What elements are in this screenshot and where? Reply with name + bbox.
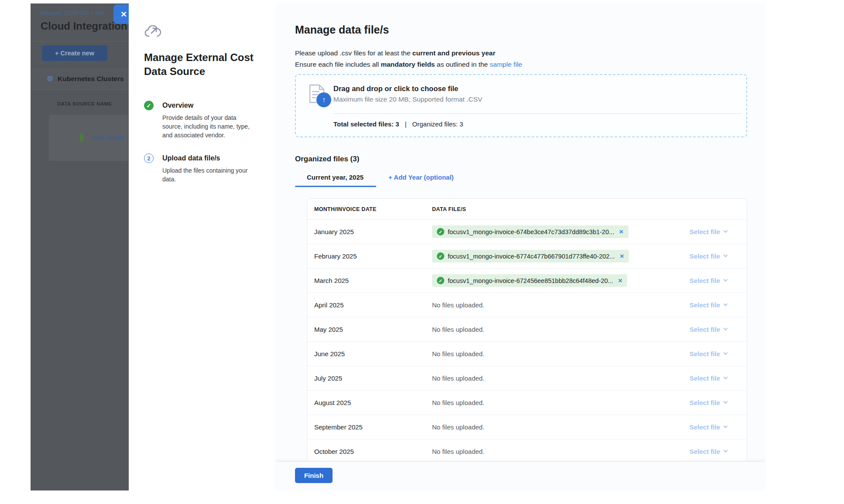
uploaded-file-chip: ✓focusv1_mongo-invoice-674be3ce47c73d37d… xyxy=(432,225,628,238)
breadcrumb-section-link[interactable]: Set xyxy=(95,10,104,16)
modal-main-content: Manage data file/s Please upload .csv fi… xyxy=(275,3,765,490)
select-file-label: Select file xyxy=(690,350,720,358)
chevron-down-icon xyxy=(724,302,728,306)
select-file-label: Select file xyxy=(690,326,720,333)
no-files-text: No files uploaded. xyxy=(432,448,484,455)
dropzone-divider xyxy=(333,113,742,114)
chevron-down-icon xyxy=(724,253,728,257)
table-row: July 2025No files uploaded.Select file xyxy=(307,366,747,391)
no-files-text: No files uploaded. xyxy=(432,301,484,309)
create-new-button[interactable]: + Create new xyxy=(42,45,107,61)
column-header-data-file: DATA FILE/S xyxy=(432,206,466,212)
count-separator: | xyxy=(405,120,407,128)
file-name: focusv1_mongo-invoice-672456ee851bbb28c6… xyxy=(448,277,613,284)
data-file-cell: No files uploaded.Select file xyxy=(432,301,747,309)
table-row: August 2025No files uploaded.Select file xyxy=(307,391,747,415)
select-file-dropdown[interactable]: Select file xyxy=(690,350,747,358)
select-file-dropdown[interactable]: Select file xyxy=(690,228,747,235)
select-file-dropdown[interactable]: Select file xyxy=(690,277,747,284)
dropzone-subtitle: Maximum file size 20 MB; Supported forma… xyxy=(333,95,482,103)
data-file-cell: No files uploaded.Select file xyxy=(432,423,747,431)
data-file-cell: ✓focusv1_mongo-invoice-672456ee851bbb28c… xyxy=(432,274,747,287)
step-number-badge: 2 xyxy=(144,153,154,163)
file-check-icon: ✓ xyxy=(437,252,444,260)
file-check-icon: ✓ xyxy=(437,277,444,284)
select-file-dropdown[interactable]: Select file xyxy=(690,399,747,406)
remove-file-icon[interactable]: ✕ xyxy=(618,277,622,284)
chevron-down-icon xyxy=(724,399,728,404)
chevron-down-icon xyxy=(724,424,728,428)
select-file-label: Select file xyxy=(690,228,720,235)
mongodb-leaf-icon xyxy=(79,132,85,143)
table-row: October 2025No files uploaded.Select fil… xyxy=(307,439,747,464)
chevron-down-icon xyxy=(724,326,728,330)
finish-button[interactable]: Finish xyxy=(295,468,333,483)
wizard-title: Manage External Cost Data Source xyxy=(144,51,257,78)
select-file-label: Select file xyxy=(690,277,720,284)
organized-files-label: Organized files: xyxy=(412,120,458,128)
select-file-label: Select file xyxy=(690,301,720,309)
tab-kubernetes-clusters[interactable]: ☸ Kubernetes Clusters xyxy=(31,69,129,89)
select-file-dropdown[interactable]: Select file xyxy=(690,252,747,260)
table-row: June 2025No files uploaded.Select file xyxy=(307,342,747,366)
select-file-dropdown[interactable]: Select file xyxy=(690,326,747,333)
column-header-month: MONTH/INVOICE DATE xyxy=(307,206,432,212)
data-file-cell: No files uploaded.Select file xyxy=(432,448,747,455)
select-file-dropdown[interactable]: Select file xyxy=(690,375,747,382)
dropzone-title: Drag and drop or click to choose file xyxy=(333,85,458,93)
sample-file-link[interactable]: sample file xyxy=(490,61,522,68)
data-source-row[interactable]: test-jbisht xyxy=(49,115,128,161)
data-file-cell: No files uploaded.Select file xyxy=(432,399,747,406)
uploaded-file-chip: ✓focusv1_mongo-invoice-672456ee851bbb28c… xyxy=(432,274,627,287)
select-file-dropdown[interactable]: Select file xyxy=(690,301,747,309)
cloud-export-icon xyxy=(144,24,162,39)
table-header-row: MONTH/INVOICE DATE DATA FILE/S xyxy=(307,199,747,220)
divider xyxy=(31,41,129,41)
file-counts: Total selected files: 3|Organized files:… xyxy=(333,120,463,128)
monthly-files-table: MONTH/INVOICE DATE DATA FILE/S January 2… xyxy=(307,198,747,465)
file-name: focusv1_mongo-invoice-6774c477b667901d77… xyxy=(448,253,615,260)
month-label: June 2025 xyxy=(307,350,432,358)
table-row: September 2025No files uploaded.Select f… xyxy=(307,415,747,439)
dimmed-background-page: Account: CCM-NG›Set Cloud Integration + … xyxy=(31,3,129,490)
select-file-label: Select file xyxy=(690,399,720,406)
data-source-link[interactable]: test-jbisht xyxy=(93,134,124,141)
chevron-down-icon xyxy=(724,277,728,282)
breadcrumb: Account: CCM-NG›Set xyxy=(40,10,104,16)
screen: Account: CCM-NG›Set Cloud Integration + … xyxy=(0,0,844,504)
month-label: May 2025 xyxy=(307,326,432,333)
add-year-button[interactable]: + Add Year (optional) xyxy=(388,174,454,181)
step-complete-check-icon: ✓ xyxy=(144,101,154,110)
select-file-dropdown[interactable]: Select file xyxy=(690,423,747,431)
select-file-label: Select file xyxy=(690,252,720,260)
month-label: January 2025 xyxy=(307,228,432,235)
month-label: July 2025 xyxy=(307,375,432,382)
table-row: April 2025No files uploaded.Select file xyxy=(307,293,747,317)
wizard-step-overview[interactable]: ✓ Overview Provide details of your data … xyxy=(144,100,266,140)
select-file-dropdown[interactable]: Select file xyxy=(690,448,747,455)
upload-instructions: Please upload .csv files for at least th… xyxy=(295,48,522,70)
column-header-data-source-name: DATA SOURCE NAME xyxy=(57,101,112,106)
step-label: Overview xyxy=(162,100,266,109)
modal-footer: Finish xyxy=(275,461,765,490)
remove-file-icon[interactable]: ✕ xyxy=(620,253,624,259)
no-files-text: No files uploaded. xyxy=(432,375,484,382)
wizard-step-upload[interactable]: 2 Upload data file/s Upload the files co… xyxy=(144,153,266,184)
uploaded-file-chip: ✓focusv1_mongo-invoice-6774c477b667901d7… xyxy=(432,250,629,262)
file-dropzone[interactable]: ↑ Drag and drop or click to choose file … xyxy=(295,74,747,137)
organized-files-value: 3 xyxy=(460,120,463,128)
remove-file-icon[interactable]: ✕ xyxy=(619,228,623,235)
month-label: October 2025 xyxy=(307,448,432,455)
no-files-text: No files uploaded. xyxy=(432,326,484,333)
data-file-cell: No files uploaded.Select file xyxy=(432,326,747,333)
organized-files-heading: Organized files (3) xyxy=(295,155,359,163)
tab-current-year[interactable]: Current year, 2025 xyxy=(307,174,364,181)
upload-file-icon: ↑ xyxy=(309,84,334,109)
month-label: August 2025 xyxy=(307,399,432,406)
breadcrumb-account-link[interactable]: Account: CCM-NG xyxy=(40,10,89,16)
kubernetes-icon: ☸ xyxy=(46,74,54,84)
select-file-label: Select file xyxy=(690,448,720,455)
dialog-title: Manage data file/s xyxy=(295,24,389,36)
select-file-label: Select file xyxy=(690,375,720,382)
data-file-cell: No files uploaded.Select file xyxy=(432,375,747,382)
